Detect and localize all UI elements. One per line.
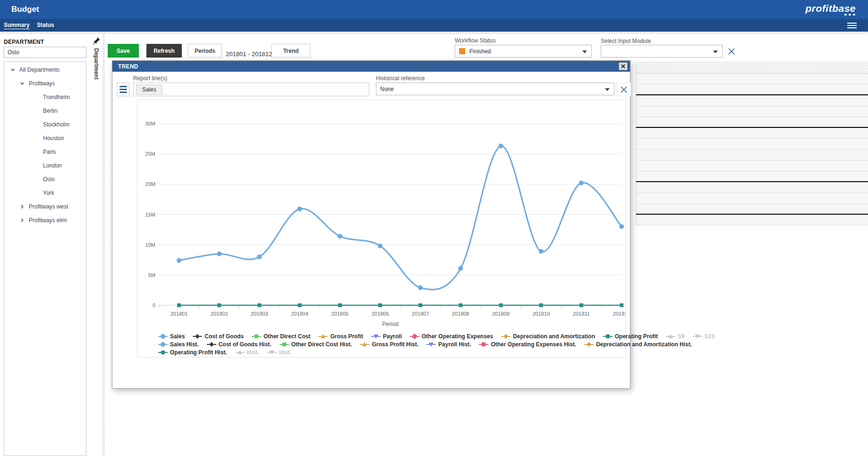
legend-item[interactable]: Other Operating Expenses Hist.	[479, 341, 576, 348]
legend-item[interactable]: Payroll	[371, 333, 402, 340]
nav-bar: Summary Status	[0, 19, 868, 32]
legend-item[interactable]: Other Direct Cost	[252, 333, 310, 340]
svg-text:201801: 201801	[170, 311, 188, 317]
legend-item-label: S10	[705, 333, 715, 340]
dialog-close-button[interactable]	[619, 62, 628, 70]
department-panel-strip: Department	[91, 36, 103, 456]
legend-item-label: Depreciation and Amortization	[513, 333, 595, 340]
legend-item-label: Payroll Hist.	[438, 341, 471, 348]
legend-item[interactable]: Gross Profit	[318, 333, 363, 340]
legend-item[interactable]: S9	[666, 333, 685, 340]
legend-item-label: Cost of Goods Hist.	[219, 341, 272, 348]
legend-item[interactable]: Other Operating Expenses	[410, 333, 493, 340]
menu-icon[interactable]	[847, 23, 857, 28]
legend-item[interactable]: Cost of Goods Hist.	[207, 341, 272, 348]
profitbase-logo: profitbase	[805, 3, 856, 14]
trend-chart: 05M10M15M20M25M30M2018012018022018032018…	[137, 100, 626, 332]
legend-item[interactable]: Cost of Goods	[193, 333, 244, 340]
legend-marker-diamond	[207, 342, 216, 347]
legend-item-label: Cost of Goods	[204, 333, 244, 340]
svg-text:25M: 25M	[145, 151, 155, 157]
tree-item-label: Berlin	[43, 108, 58, 114]
refresh-button[interactable]: Refresh	[146, 44, 182, 58]
legend-item-label: Other Direct Cost	[264, 333, 310, 340]
legend-item-label: Sales	[170, 333, 185, 340]
legend-item[interactable]: Hist.	[235, 349, 259, 356]
tree-item-profitways[interactable]: Profitways	[4, 77, 86, 89]
tree-item-berlin[interactable]: Berlin	[4, 105, 86, 117]
legend-item[interactable]: Gross Profit Hist.	[360, 341, 418, 348]
historical-reference-select[interactable]: None	[376, 83, 614, 95]
tab-status[interactable]: Status	[37, 22, 54, 28]
historical-reference-label: Historical reference	[376, 75, 425, 82]
legend-item[interactable]: Sales Hist.	[158, 341, 199, 348]
legend-marker-diamond	[193, 334, 202, 339]
chevron-down-icon	[713, 50, 718, 53]
table-row	[636, 171, 868, 182]
background-data-table	[636, 61, 868, 226]
table-row	[636, 95, 868, 106]
tree-item-trondheim[interactable]: Trondheim	[4, 91, 86, 103]
legend-item[interactable]: Operating Profit Hist.	[158, 349, 227, 356]
table-row	[636, 215, 868, 226]
table-row	[636, 204, 868, 215]
department-filter-input[interactable]	[4, 47, 86, 58]
save-button[interactable]: Save	[108, 44, 139, 58]
legend-marker-square	[252, 334, 261, 339]
periods-button[interactable]: Periods	[188, 44, 222, 58]
legend-marker-diamond	[501, 334, 511, 339]
tree-item-profitways-elim[interactable]: Profitways elim	[4, 214, 86, 226]
tree-item-label: Paris	[43, 149, 56, 155]
clear-input-module-button[interactable]	[725, 45, 738, 58]
workflow-status-value: Finished	[469, 48, 491, 55]
legend-marker-triangle-down	[426, 342, 436, 347]
svg-text:0: 0	[153, 302, 155, 308]
tree-item-york[interactable]: York	[4, 187, 86, 199]
legend-marker-triangle	[235, 350, 245, 355]
svg-text:201807: 201807	[412, 311, 429, 317]
workflow-status-select[interactable]: Finished	[455, 45, 592, 58]
legend-item-label: Depreciation and Amortization Hist.	[596, 341, 692, 348]
table-row	[636, 160, 868, 171]
legend-item[interactable]: Sales	[158, 333, 185, 340]
tree-item-oslo[interactable]: Oslo	[4, 173, 86, 185]
legend-item[interactable]: Operating Profit	[603, 333, 658, 340]
report-line-chip[interactable]: Sales	[136, 84, 162, 95]
tree-item-paris[interactable]: Paris	[4, 146, 86, 158]
tree-item-label: Profitways elim	[29, 217, 67, 224]
tree-item-all-departments[interactable]: All Departments	[4, 64, 86, 75]
report-lines-menu-icon[interactable]	[117, 83, 129, 96]
tree-item-london[interactable]: London	[4, 159, 86, 171]
tree-item-profitways-west[interactable]: Profitways west	[4, 201, 86, 212]
department-tree: All DepartmentsProfitwaysTrondheimBerlin…	[4, 61, 86, 456]
tree-item-houston[interactable]: Houston	[4, 132, 86, 144]
logo-dots	[844, 14, 855, 16]
tree-item-label: All Departments	[19, 67, 60, 73]
report-lines-input[interactable]: Sales	[133, 83, 369, 96]
tree-item-stockholm[interactable]: Stockholm	[4, 118, 86, 130]
pin-icon[interactable]	[93, 37, 101, 45]
legend-item[interactable]: Depreciation and Amortization Hist.	[584, 341, 692, 348]
tree-item-label: London	[43, 162, 62, 169]
dialog-title: TREND	[118, 63, 138, 70]
legend-item-label: Gross Profit	[330, 333, 363, 340]
legend-item[interactable]: Payroll Hist.	[426, 341, 471, 348]
dialog-titlebar[interactable]: TREND	[112, 61, 630, 72]
svg-text:201804: 201804	[291, 311, 308, 317]
trend-button[interactable]: Trend	[272, 44, 310, 58]
legend-marker-triangle-down	[371, 334, 381, 339]
legend-marker-triangle	[318, 334, 328, 339]
legend-row: Sales Hist.Cost of Goods Hist.Other Dire…	[158, 341, 626, 348]
legend-item[interactable]: Depreciation and Amortization	[501, 333, 595, 340]
panel-tab-department[interactable]: Department	[93, 48, 100, 80]
svg-text:30M: 30M	[145, 121, 155, 126]
logo-text: profitbase	[805, 3, 856, 14]
legend-marker-circle	[158, 334, 168, 339]
legend-item[interactable]: Hist.	[267, 349, 291, 356]
tree-item-label: Profitways	[29, 80, 55, 87]
legend-item[interactable]: Other Direct Cost Hist.	[280, 341, 352, 348]
legend-item[interactable]: S10	[693, 333, 715, 340]
input-module-select[interactable]	[601, 45, 723, 58]
clear-historical-reference-button[interactable]	[617, 83, 631, 96]
tab-summary[interactable]: Summary	[4, 22, 30, 28]
